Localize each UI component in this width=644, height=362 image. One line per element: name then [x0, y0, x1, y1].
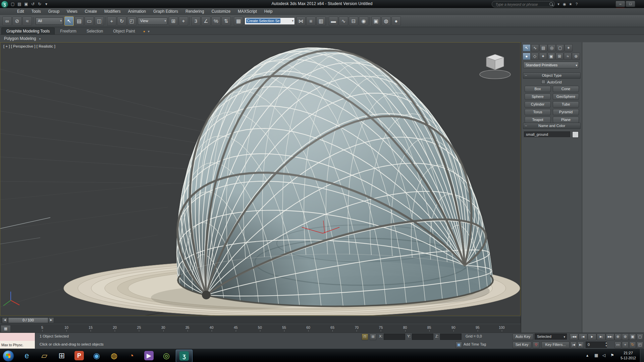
menu-maxscript[interactable]: MAXScript: [234, 8, 261, 15]
material-editor-icon[interactable]: ◉: [359, 16, 368, 26]
layer-manager-icon[interactable]: ▥: [316, 16, 326, 26]
go-to-start-button[interactable]: |◀◀: [570, 334, 578, 340]
app-logo-icon[interactable]: ʒ: [1, 1, 8, 8]
taskbar-app-grid[interactable]: ⊞: [54, 350, 70, 362]
ribbon-tab-selection[interactable]: Selection: [82, 28, 108, 35]
select-and-scale-icon[interactable]: ◰: [127, 16, 137, 26]
viewport-canvas[interactable]: [0, 42, 521, 316]
zoom-region-icon[interactable]: ▭: [614, 342, 621, 348]
menu-tools[interactable]: Tools: [28, 8, 45, 15]
render-production-icon[interactable]: ●: [391, 16, 401, 26]
select-and-link-icon[interactable]: ∞: [2, 16, 12, 26]
quick-access-dropdown-icon[interactable]: ▾: [43, 1, 50, 7]
taskbar-windows-explorer[interactable]: ▱: [36, 350, 52, 362]
search-icon[interactable]: [549, 2, 553, 6]
taskbar-clock[interactable]: 21:27 5-12-2012: [618, 351, 639, 361]
taskbar-kmplayer[interactable]: ▶: [141, 350, 157, 362]
next-key-button[interactable]: ▶|: [577, 342, 584, 348]
zoom-icon[interactable]: ⊕: [614, 334, 621, 340]
align-icon[interactable]: ≡: [306, 16, 316, 26]
previous-key-button[interactable]: |◀: [570, 342, 577, 348]
menu-views[interactable]: Views: [63, 8, 81, 15]
autogrid-checkbox[interactable]: [541, 80, 545, 84]
primitive-plane-button[interactable]: Plane: [553, 117, 579, 123]
render-setup-icon[interactable]: ▣: [371, 16, 381, 26]
y-coordinate-field[interactable]: [412, 334, 433, 340]
ribbon-tab-object-paint[interactable]: Object Paint: [108, 28, 140, 35]
menu-group[interactable]: Group: [45, 8, 63, 15]
graphite-ribbon-toggle-icon[interactable]: ▬: [329, 16, 338, 26]
angle-snap-toggle-icon[interactable]: ∠: [201, 16, 211, 26]
window-crossing-toggle-icon[interactable]: ◫: [95, 16, 104, 26]
select-object-icon[interactable]: ↖: [64, 16, 74, 26]
snap-toggle-3d-icon[interactable]: 3: [191, 16, 201, 26]
helpers-category-icon[interactable]: ⊞: [555, 53, 564, 60]
primitive-tube-button[interactable]: Tube: [553, 101, 579, 108]
listener-pane[interactable]: Max to Physc.: [0, 341, 35, 349]
primitive-cylinder-button[interactable]: Cylinder: [525, 101, 551, 108]
minimize-button[interactable]: –: [615, 1, 625, 7]
systems-category-icon[interactable]: ⊛: [572, 53, 580, 60]
favorites-icon[interactable]: ★: [568, 1, 574, 7]
auto-key-button[interactable]: Auto Key: [513, 334, 533, 340]
selection-filter-dropdown[interactable]: All: [36, 17, 63, 25]
tray-show-hidden-icon[interactable]: ▴: [586, 353, 588, 358]
display-tab[interactable]: ▢: [556, 44, 564, 52]
maximize-viewport-icon[interactable]: ◰: [637, 342, 643, 348]
tray-volume-icon[interactable]: ◁: [602, 353, 605, 358]
primitive-box-button[interactable]: Box: [525, 86, 551, 92]
previous-frame-arrow[interactable]: ◀: [2, 317, 8, 323]
search-input[interactable]: [495, 1, 546, 7]
primitive-cone-button[interactable]: Cone: [553, 86, 579, 92]
object-color-swatch[interactable]: [572, 131, 579, 138]
cameras-category-icon[interactable]: ▣: [547, 53, 555, 60]
use-pivot-point-center-icon[interactable]: ⊞: [169, 16, 178, 26]
key-filters-button[interactable]: Key Filters...: [541, 342, 570, 348]
lights-category-icon[interactable]: ✦: [539, 53, 547, 60]
primitive-torus-button[interactable]: Torus: [525, 109, 551, 115]
name-color-rollout-header[interactable]: − Name and Color: [523, 123, 581, 129]
bind-to-space-warp-icon[interactable]: ≈: [22, 16, 32, 26]
primitive-category-dropdown[interactable]: Standard Primitives: [523, 62, 579, 68]
absolute-mode-transform-icon[interactable]: ⊞: [370, 334, 376, 340]
communication-center-icon[interactable]: ◉: [561, 1, 568, 7]
set-key-icon[interactable]: ⚲: [533, 342, 539, 348]
undo-icon[interactable]: ↺: [30, 1, 36, 7]
ribbon-tab-graphite-modeling-tools[interactable]: Graphite Modeling Tools: [1, 27, 55, 35]
menu-animation[interactable]: Animation: [124, 8, 150, 15]
open-mini-curve-editor-button[interactable]: ▦: [1, 325, 11, 333]
z-coordinate-field[interactable]: [440, 334, 462, 340]
new-file-icon[interactable]: ▢: [9, 1, 16, 7]
viewport-label[interactable]: [ + ] [ Perspective ] [ Realistic ]: [3, 44, 55, 48]
track-bar[interactable]: ▦ 51015202530354045505560657075808590951…: [0, 324, 521, 333]
modify-tab[interactable]: ∿: [531, 44, 539, 52]
save-icon[interactable]: ▣: [23, 1, 30, 7]
primitive-sphere-button[interactable]: Sphere: [525, 94, 551, 100]
orbit-icon[interactable]: ↻: [629, 342, 636, 348]
geometry-category-icon[interactable]: ●: [523, 53, 531, 60]
shapes-category-icon[interactable]: ◇: [531, 53, 539, 60]
next-frame-arrow[interactable]: ▶: [48, 317, 54, 323]
mirror-icon[interactable]: ⋈: [296, 16, 306, 26]
add-time-tag[interactable]: Add Time Tag: [464, 342, 486, 346]
motion-tab[interactable]: ◎: [548, 44, 556, 52]
help-icon[interactable]: ?: [574, 1, 580, 7]
select-and-rotate-icon[interactable]: ↻: [117, 16, 126, 26]
show-desktop-button[interactable]: [640, 349, 644, 362]
select-and-manipulate-icon[interactable]: ⌖: [179, 16, 188, 26]
ribbon-minimize-icon[interactable]: ▾: [148, 29, 150, 35]
taskbar-media-player[interactable]: ◉: [89, 350, 105, 362]
tray-action-center-icon[interactable]: ⚑: [610, 353, 614, 358]
utilities-tab[interactable]: ✶: [565, 44, 573, 52]
next-frame-button[interactable]: ▶|: [597, 334, 605, 340]
set-key-button[interactable]: Set Key: [513, 342, 531, 348]
edit-named-selection-sets-icon[interactable]: ▦: [234, 16, 243, 26]
maximize-button[interactable]: □: [626, 1, 635, 7]
start-button[interactable]: [3, 350, 14, 362]
x-coordinate-field[interactable]: [384, 334, 405, 340]
go-to-end-button[interactable]: ▶▶|: [606, 334, 614, 340]
object-type-rollout-header[interactable]: − Object Type: [523, 72, 581, 79]
rendered-frame-window-icon[interactable]: ◍: [381, 16, 391, 26]
ribbon-config-icon[interactable]: ●: [143, 29, 145, 35]
menu-modifiers[interactable]: Modifiers: [101, 8, 124, 15]
